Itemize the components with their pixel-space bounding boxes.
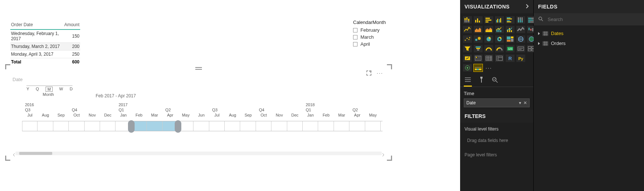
- scroll-thumb[interactable]: [19, 152, 52, 155]
- timeline-cell[interactable]: [209, 121, 225, 131]
- timeline-handle-right[interactable]: [175, 120, 181, 133]
- scroll-track[interactable]: [15, 152, 382, 155]
- field-table-dates[interactable]: Dates: [535, 28, 643, 38]
- col-header-amount[interactable]: Amount: [64, 21, 80, 29]
- viz-tile-bubble[interactable]: [474, 35, 483, 43]
- remove-field-icon[interactable]: ✕: [523, 100, 527, 105]
- timeline-cell[interactable]: [271, 121, 287, 131]
- granularity-week[interactable]: W: [59, 87, 63, 92]
- timeline-visual[interactable]: ··· Date Y Q M W D Month Feb 2017 - Apr …: [7, 66, 390, 159]
- tab-format[interactable]: [478, 75, 485, 87]
- viz-tile-donut[interactable]: [495, 35, 504, 43]
- timeline-cell[interactable]: [287, 121, 303, 131]
- viz-tile-treemap[interactable]: [506, 35, 515, 43]
- viz-tile-matrix[interactable]: [495, 55, 504, 62]
- visualizations-pane[interactable]: VISUALIZATIONS 123RPy··· Time: [460, 0, 534, 191]
- viz-tile-bar-h[interactable]: [484, 16, 493, 24]
- viz-tile-bar-stacked[interactable]: [463, 16, 472, 24]
- timeline-cell[interactable]: [349, 121, 365, 131]
- granularity-year[interactable]: Y: [26, 87, 29, 92]
- table-row[interactable]: Monday, April 3, 2017 250: [10, 51, 80, 58]
- svg-rect-29: [528, 20, 533, 21]
- granularity-quarter[interactable]: Q: [36, 87, 39, 92]
- viz-tile-funnel[interactable]: [474, 45, 483, 52]
- filters-drop-zone[interactable]: Drag data fields here: [464, 135, 530, 146]
- viz-tile-kpi-box[interactable]: [463, 55, 472, 62]
- timeline-cell[interactable]: [53, 121, 69, 131]
- chevron-right-icon[interactable]: [525, 4, 529, 10]
- chevron-down-icon[interactable]: ▾: [519, 100, 521, 105]
- viz-tile-map[interactable]: [516, 35, 525, 43]
- viz-tile-column-100[interactable]: [516, 16, 525, 24]
- slicer-item[interactable]: March: [353, 34, 408, 41]
- drag-handle-icon[interactable]: [195, 67, 202, 70]
- viz-tile-area-stacked[interactable]: [484, 26, 493, 33]
- scroll-left-icon[interactable]: [13, 152, 15, 155]
- viz-tile-line-column[interactable]: [495, 26, 504, 33]
- timeline-cell[interactable]: [303, 121, 318, 131]
- checkbox-icon[interactable]: [353, 35, 357, 39]
- slicer-item[interactable]: April: [353, 41, 408, 48]
- timeline-cell[interactable]: [225, 121, 240, 131]
- tab-analytics[interactable]: [491, 75, 499, 87]
- viz-tile-table[interactable]: [484, 55, 493, 62]
- viz-tile-slicer[interactable]: [474, 55, 483, 62]
- granularity-month[interactable]: M: [46, 87, 53, 92]
- viz-tile-column[interactable]: [474, 16, 483, 24]
- timeline-cell[interactable]: [85, 121, 100, 131]
- timeline-handle-left[interactable]: [128, 120, 135, 133]
- viz-tile-column-line[interactable]: [506, 26, 515, 33]
- viz-tile-funnel-h[interactable]: [463, 45, 472, 52]
- viz-tile-py-visual[interactable]: Py: [516, 55, 525, 62]
- viz-tile-bar-cluster[interactable]: [506, 16, 515, 24]
- focus-mode-icon[interactable]: [366, 70, 371, 76]
- more-options-icon[interactable]: ···: [377, 70, 383, 76]
- timeline-cell[interactable]: [240, 121, 256, 131]
- viz-tile-line[interactable]: [463, 26, 472, 33]
- field-table-orders[interactable]: Orders: [535, 38, 643, 48]
- timeline-cell[interactable]: [38, 121, 53, 131]
- timeline-cell[interactable]: [334, 121, 349, 131]
- timeline-cell[interactable]: [147, 121, 162, 131]
- timeline-cell[interactable]: [100, 121, 115, 131]
- timeline-cell[interactable]: [22, 121, 38, 131]
- viz-gallery[interactable]: 123RPy···: [460, 13, 533, 73]
- tab-fields[interactable]: [464, 75, 472, 87]
- scroll-right-icon[interactable]: [382, 152, 385, 155]
- timeline-track[interactable]: [22, 121, 383, 131]
- viz-tile-ribbon[interactable]: [516, 26, 525, 33]
- table-row[interactable]: Wednesday, February 1, 2017 150: [10, 29, 80, 43]
- slicer-item[interactable]: February: [353, 27, 408, 34]
- viz-tile-timeline[interactable]: [474, 64, 483, 72]
- viz-tile-kpi[interactable]: 123: [506, 45, 515, 52]
- checkbox-icon[interactable]: [353, 42, 357, 46]
- viz-tile-gauge2[interactable]: [495, 45, 504, 52]
- timeline-cell[interactable]: [193, 121, 209, 131]
- fields-search[interactable]: [534, 13, 644, 25]
- table-row[interactable]: Thursday, March 2, 2017 200: [10, 43, 80, 51]
- search-input[interactable]: [547, 16, 640, 22]
- viz-tile-gauge[interactable]: [484, 45, 493, 52]
- viz-tile-arcgis[interactable]: [463, 64, 472, 72]
- timeline-cell[interactable]: [69, 121, 84, 131]
- viz-tile-r-visual[interactable]: R: [506, 55, 515, 62]
- granularity-toggle[interactable]: Y Q M W D: [26, 86, 72, 92]
- table-visual[interactable]: Order Date Amount Wednesday, February 1,…: [10, 21, 80, 66]
- viz-more-icon[interactable]: ···: [484, 64, 493, 72]
- field-chip-date[interactable]: Date ▾ ✕: [464, 98, 530, 107]
- timeline-cell[interactable]: [318, 121, 334, 131]
- report-canvas[interactable]: Order Date Amount Wednesday, February 1,…: [0, 0, 460, 191]
- timeline-scrollbar[interactable]: [13, 151, 385, 156]
- viz-tile-pie[interactable]: [484, 35, 493, 43]
- viz-tile-column-cluster[interactable]: [495, 16, 504, 24]
- viz-tile-scatter[interactable]: [463, 35, 472, 43]
- viz-tile-card[interactable]: [516, 45, 525, 52]
- granularity-day[interactable]: D: [70, 87, 72, 92]
- checkbox-icon[interactable]: [353, 28, 357, 32]
- col-header-orderdate[interactable]: Order Date: [10, 21, 64, 29]
- timeline-cell[interactable]: [256, 121, 271, 131]
- timeline-cell[interactable]: [365, 121, 381, 131]
- slicer-visual[interactable]: CalendarMonth February March April: [353, 20, 408, 48]
- fields-pane[interactable]: FIELDS Dates: [534, 0, 644, 191]
- viz-tile-area[interactable]: [474, 26, 483, 33]
